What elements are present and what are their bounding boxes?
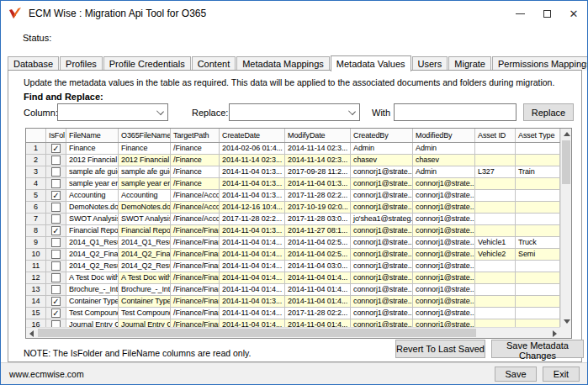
grid-cell[interactable]: connorj1@strate... bbox=[351, 249, 413, 261]
grid-cell[interactable]: /Finance/Financi... bbox=[171, 249, 220, 261]
column-header-createdby[interactable]: CreatedBy bbox=[351, 129, 413, 142]
grid-cell[interactable]: 2014-11-04 02:5... bbox=[285, 249, 351, 261]
grid-cell[interactable]: connorj1@strate... bbox=[413, 178, 475, 190]
save-button[interactable]: Save bbox=[495, 367, 537, 382]
checkbox-unchecked-icon[interactable] bbox=[51, 285, 61, 294]
grid-cell[interactable]: /Finance/Accou... bbox=[171, 202, 220, 214]
grid-cell[interactable]: /Finance/Accou... bbox=[171, 190, 220, 202]
grid-cell[interactable]: sample afe guide... bbox=[66, 166, 119, 178]
horizontal-scrollbar[interactable] bbox=[26, 327, 560, 338]
grid-cell[interactable]: 2017-11-28 03:0... bbox=[285, 214, 351, 225]
row-header[interactable]: 10 bbox=[26, 249, 46, 261]
grid-cell[interactable] bbox=[516, 202, 560, 214]
grid-cell[interactable]: sample afe guide... bbox=[119, 166, 171, 178]
grid-cell[interactable]: connorj1@strate... bbox=[413, 202, 475, 214]
grid-cell[interactable]: 2014-11-04 01:3... bbox=[220, 166, 285, 178]
column-header-modifiedby[interactable]: ModifiedBy bbox=[413, 129, 475, 142]
grid-cell[interactable]: /Finance/Accou... bbox=[171, 214, 220, 225]
grid-cell[interactable]: Vehicle1 bbox=[475, 237, 516, 249]
grid-cell[interactable] bbox=[475, 190, 516, 202]
revert-button[interactable]: Revert To Last Saved bbox=[395, 340, 485, 358]
checkbox-unchecked-icon[interactable] bbox=[51, 238, 61, 247]
checkbox-unchecked-icon[interactable] bbox=[51, 261, 61, 271]
grid-cell[interactable]: chasev bbox=[413, 155, 475, 166]
grid-cell[interactable]: /Finance/Financi... bbox=[171, 237, 220, 249]
grid-cell[interactable]: A Test Doc with I... bbox=[119, 272, 171, 284]
grid-cell[interactable] bbox=[475, 178, 516, 190]
grid-cell[interactable] bbox=[516, 319, 560, 327]
grid-cell[interactable]: DemoNotes.docx bbox=[119, 202, 171, 214]
checkbox-checked-icon[interactable]: ✓ bbox=[51, 191, 61, 200]
grid-cell[interactable]: Journal Entry Gui... bbox=[119, 319, 171, 327]
grid-cell[interactable]: 2014-11-14 02:3... bbox=[285, 143, 351, 155]
grid-cell[interactable] bbox=[516, 155, 560, 166]
row-header[interactable]: 1 bbox=[26, 143, 46, 155]
grid-cell[interactable]: /Finance bbox=[171, 143, 220, 155]
row-header[interactable]: 5 bbox=[26, 190, 46, 202]
grid-cell[interactable]: connorj1@strate... bbox=[413, 308, 475, 319]
grid-cell[interactable] bbox=[516, 308, 560, 319]
replace-combobox[interactable] bbox=[229, 103, 360, 121]
row-header[interactable]: 16 bbox=[26, 319, 46, 327]
grid-cell[interactable]: 2014-11-04 02:5... bbox=[285, 237, 351, 249]
grid-cell[interactable]: Brochure_-_Intro... bbox=[119, 284, 171, 296]
grid-cell[interactable]: /Finance bbox=[171, 166, 220, 178]
grid-cell[interactable]: Finance bbox=[66, 143, 119, 155]
grid-cell[interactable]: 2014-11-04 01:4... bbox=[285, 296, 351, 308]
grid-cell[interactable] bbox=[516, 225, 560, 237]
grid-cell[interactable]: connorj1@strate... bbox=[351, 166, 413, 178]
grid-cell[interactable]: 2014-11-14 02:3... bbox=[285, 155, 351, 166]
grid-cell[interactable]: Test Compound ... bbox=[66, 308, 119, 319]
grid-cell[interactable] bbox=[475, 214, 516, 225]
column-header-asset-id[interactable]: Asset ID bbox=[475, 129, 516, 142]
grid-cell[interactable]: sample year end f... bbox=[119, 178, 171, 190]
grid-cell[interactable]: Vehicle2 bbox=[475, 249, 516, 261]
checkbox-checked-icon[interactable]: ✓ bbox=[51, 297, 61, 306]
grid-cell[interactable]: 2014-11-04 01:4... bbox=[220, 237, 285, 249]
column-header-o365filename[interactable]: O365FileName bbox=[119, 129, 171, 142]
grid-cell[interactable]: 2014-11-04 01:4... bbox=[220, 308, 285, 319]
grid-cell[interactable]: 2012 Financial A... bbox=[119, 155, 171, 166]
grid-cell[interactable]: connorj1@strate... bbox=[351, 308, 413, 319]
grid-cell[interactable]: connorj1@strate... bbox=[351, 296, 413, 308]
column-header-createdate[interactable]: CreateDate bbox=[220, 129, 285, 142]
grid-cell[interactable] bbox=[475, 296, 516, 308]
grid-cell[interactable]: /Finance bbox=[171, 155, 220, 166]
scroll-up-icon[interactable] bbox=[564, 132, 570, 136]
minimize-button[interactable] bbox=[506, 1, 533, 26]
row-header[interactable]: 3 bbox=[26, 166, 46, 178]
grid-cell[interactable]: 2014-11-04 01:4... bbox=[220, 272, 285, 284]
row-header[interactable]: 12 bbox=[26, 272, 46, 284]
grid-cell[interactable]: 2014-11-04 01:3... bbox=[220, 178, 285, 190]
grid-cell[interactable]: 2014-11-04 01:4... bbox=[285, 272, 351, 284]
grid-cell[interactable]: 2014-11-04 01:4... bbox=[220, 261, 285, 272]
grid-cell[interactable]: 2014-11-04 01:4... bbox=[220, 249, 285, 261]
grid-cell[interactable]: 2017-11-28 02:2... bbox=[220, 214, 285, 225]
grid-cell[interactable]: Brochure_-_Intro... bbox=[66, 284, 119, 296]
grid-cell[interactable]: 2014-11-14 02:3... bbox=[220, 155, 285, 166]
grid-cell[interactable]: Semi bbox=[516, 249, 560, 261]
grid-cell[interactable]: Finance bbox=[119, 143, 171, 155]
grid-cell[interactable]: 2014_Q2_Result... bbox=[66, 261, 119, 272]
grid-cell[interactable]: 2014-11-04 01:4... bbox=[220, 284, 285, 296]
replace-button[interactable]: Replace bbox=[523, 103, 574, 121]
tab-metadata-values[interactable]: Metadata Values bbox=[331, 55, 411, 71]
grid-cell[interactable]: 2014-11-04 01:4... bbox=[285, 319, 351, 327]
grid-cell[interactable]: Container Type E... bbox=[66, 296, 119, 308]
tab-migrate[interactable]: Migrate bbox=[448, 56, 491, 71]
checkbox-checked-icon[interactable]: ✓ bbox=[51, 309, 61, 318]
grid-cell[interactable]: DemoNotes.docx bbox=[66, 202, 119, 214]
grid-cell[interactable]: connorj1@strate... bbox=[351, 284, 413, 296]
grid-cell[interactable]: connorj1@strate... bbox=[351, 261, 413, 272]
checkbox-unchecked-icon[interactable] bbox=[51, 250, 61, 259]
maximize-button[interactable] bbox=[533, 1, 560, 26]
grid-cell[interactable]: Accounting bbox=[66, 190, 119, 202]
grid-cell[interactable]: 2014-11-04 01:4... bbox=[220, 319, 285, 327]
checkbox-unchecked-icon[interactable] bbox=[51, 179, 61, 188]
tab-profiles[interactable]: Profiles bbox=[60, 56, 103, 71]
grid-cell[interactable]: 2017-11-28 02:2... bbox=[285, 308, 351, 319]
grid-cell[interactable]: 2014-11-27 08:1... bbox=[285, 225, 351, 237]
grid-cell[interactable]: connorj1@strate... bbox=[413, 225, 475, 237]
grid-cell[interactable] bbox=[475, 308, 516, 319]
grid-cell[interactable]: 2014-02-06 01:4... bbox=[220, 143, 285, 155]
